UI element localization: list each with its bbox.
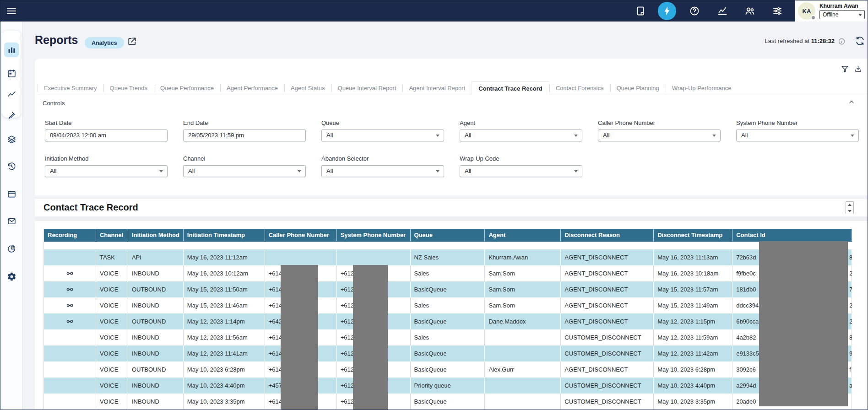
sidebar-item-design-icon[interactable] [4, 108, 19, 122]
table-scroll-spinner [846, 201, 854, 214]
sidebar-item-calendar-icon[interactable] [4, 66, 19, 81]
tab-contract-trace-record[interactable]: Contract Trace Record [472, 81, 549, 95]
sidebar-item-history-icon[interactable] [4, 159, 19, 173]
external-link-icon[interactable] [127, 36, 137, 47]
system-phone-number-select[interactable]: All [736, 129, 859, 141]
cell-initiation-timestamp: May 16, 2023 11:12am [184, 249, 265, 265]
field-label: Caller Phone Number [598, 119, 721, 126]
sidebar-item-layers-icon[interactable] [4, 132, 19, 146]
metrics-icon[interactable] [717, 5, 728, 16]
filter-icon[interactable] [841, 65, 849, 73]
user-name: Khurram Awan [819, 3, 858, 9]
cell-disconnect-timestamp: May 10, 2023 3:35pm [654, 394, 732, 409]
tab-queue-planning[interactable]: Queue Planning [610, 81, 666, 95]
cell-channel: VOICE [96, 281, 128, 297]
recording-icon[interactable] [65, 317, 74, 326]
report-heading: Contact Trace Record [43, 202, 138, 213]
cell-caller-phone [265, 249, 337, 265]
column-header-recording[interactable]: Recording [44, 229, 96, 241]
initiation-method-select[interactable]: All [45, 165, 168, 177]
cell-initiation-timestamp: May 10, 2023 4:40pm [184, 378, 265, 394]
column-header-contact-id[interactable]: Contact Id [732, 229, 852, 241]
cell-queue: Sales [411, 265, 485, 281]
cell-agent: Sam.Som [485, 265, 561, 281]
menu-icon[interactable] [6, 5, 17, 16]
column-header-system-phone-number[interactable]: System Phone Number [337, 229, 411, 241]
scroll-down-button[interactable] [846, 208, 853, 214]
status-select[interactable]: Offline [819, 10, 865, 19]
field-agent: AgentAll [460, 119, 582, 141]
report-controls-panel: Executive SummaryQueue TrendsQueue Perfo… [35, 59, 868, 195]
scroll-up-button[interactable] [846, 202, 853, 208]
cell-channel: VOICE [96, 297, 128, 313]
user-panel: KA Khurram Awan Offline [795, 0, 868, 22]
tab-executive-summary[interactable]: Executive Summary [38, 81, 103, 95]
agents-icon[interactable] [744, 5, 755, 16]
tab-queue-trends[interactable]: Queue Trends [103, 81, 154, 95]
preferences-icon[interactable] [772, 5, 783, 16]
cell-initiation-timestamp: May 12, 2023 11:56am [184, 329, 265, 345]
cell-agent: Khurram.Awan [485, 249, 561, 265]
sidebar-item-reports-bar-chart-icon[interactable] [4, 43, 19, 57]
collapse-chevron-up-icon[interactable] [847, 98, 856, 106]
column-header-initiation-method[interactable]: Initiation Method [128, 229, 184, 241]
contact-trace-panel: Contact Trace Record RecordingChannelIni… [35, 199, 868, 409]
notes-icon[interactable] [635, 5, 646, 16]
status-select-value: Offline [823, 11, 838, 18]
sidebar-item-pie-chart-icon[interactable] [4, 241, 19, 256]
cell-queue: BasicQueue [411, 281, 485, 297]
tab-queue-interval-report[interactable]: Queue Interval Report [331, 81, 403, 95]
tab-queue-performance[interactable]: Queue Performance [154, 81, 220, 95]
tab-agent-status[interactable]: Agent Status [284, 81, 331, 95]
column-header-initiation-timestamp[interactable]: Initiation Timestamp [184, 229, 265, 241]
help-icon[interactable] [689, 5, 700, 16]
divider [35, 216, 868, 221]
queue-select[interactable]: All [321, 129, 444, 141]
field-system-phone-number: System Phone NumberAll [736, 119, 859, 141]
start-date-input[interactable]: 09/04/2023 12:00 am [45, 129, 168, 141]
tab-contact-forensics[interactable]: Contact Forensics [549, 81, 610, 95]
caller-phone-number-select[interactable]: All [598, 129, 721, 141]
page-title: Reports [35, 33, 78, 47]
abandon-selector-select[interactable]: All [321, 165, 444, 177]
tab-agent-performance[interactable]: Agent Performance [220, 81, 284, 95]
refresh-icon[interactable] [855, 36, 865, 46]
recording-icon[interactable] [65, 301, 74, 310]
tab-agent-interval-report[interactable]: Agent Interval Report [402, 81, 472, 95]
channel-select[interactable]: All [183, 165, 306, 177]
recording-icon[interactable] [65, 269, 74, 278]
column-header-channel[interactable]: Channel [96, 229, 128, 241]
sidebar-item-line-chart-icon[interactable] [4, 86, 19, 101]
field-label: System Phone Number [736, 119, 859, 126]
cell-disconnect-timestamp: May 12, 2023 1:15pm [654, 313, 732, 329]
end-date-input[interactable]: 29/05/2023 11:59 pm [183, 129, 306, 141]
cell-initiation-timestamp: May 12, 2023 11:41am [184, 345, 265, 361]
cell-queue: NZ Sales [411, 249, 485, 265]
quick-actions-icon-active[interactable] [658, 2, 676, 20]
tab-wrap-up-performance[interactable]: Wrap-Up Performance [666, 81, 738, 95]
wrap-up-code-select[interactable]: All [460, 165, 582, 177]
top-bar: KA Khurram Awan Offline [0, 0, 868, 22]
column-header-disconnect-timestamp[interactable]: Disconnect Timestamp [654, 229, 732, 241]
sidebar-item-mail-icon[interactable] [4, 214, 19, 228]
cell-disconnect-timestamp: May 15, 2023 11:57am [654, 281, 732, 297]
cell-disconnect-reason: AGENT_DISCONNECT [561, 361, 654, 378]
recording-cell [44, 329, 96, 345]
recording-icon[interactable] [65, 285, 74, 294]
agent-select[interactable]: All [460, 129, 582, 141]
column-header-agent[interactable]: Agent [485, 229, 561, 241]
cell-channel: VOICE [96, 361, 128, 378]
line-chart-icon [7, 89, 16, 99]
column-header-queue[interactable]: Queue [411, 229, 485, 241]
analytics-badge: Analytics [85, 37, 124, 49]
cell-queue: Sales [411, 297, 485, 313]
column-header-caller-phone-number[interactable]: Caller Phone Number [265, 229, 337, 241]
info-icon[interactable] [838, 38, 846, 45]
download-icon[interactable] [854, 65, 863, 73]
sidebar-item-window-icon[interactable] [4, 187, 19, 201]
app-window: KA Khurram Awan Offline Reports Analytic… [0, 0, 868, 410]
column-header-disconnect-reason[interactable]: Disconnect Reason [561, 229, 654, 241]
redaction-overlay-system-phone [353, 265, 388, 410]
sidebar-item-settings-icon[interactable] [4, 269, 19, 284]
cell-disconnect-reason: CUSTOMER_DISCONNECT [561, 329, 654, 345]
